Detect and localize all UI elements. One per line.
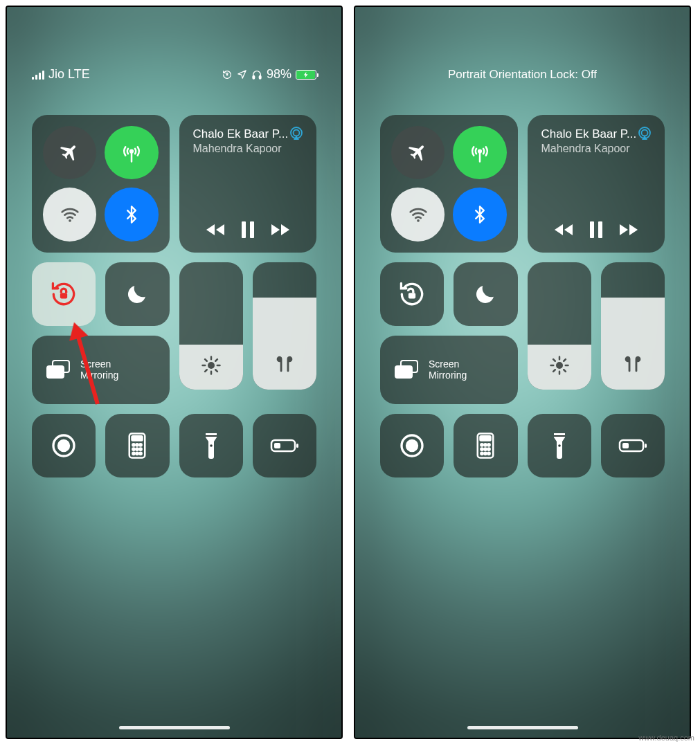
screen-mirroring-icon [46,359,71,380]
screen-record-button[interactable] [32,414,96,477]
svg-rect-12 [47,366,64,378]
do-not-disturb-toggle[interactable] [105,262,169,326]
airplay-button[interactable] [636,125,654,143]
airplay-icon [288,125,305,142]
screen-mirroring-button[interactable]: Screen Mirroring [380,336,518,404]
calculator-icon [475,433,496,459]
cellular-data-toggle[interactable] [453,126,506,179]
forward-button[interactable] [618,221,640,238]
svg-point-50 [488,448,490,451]
wifi-toggle[interactable] [43,188,96,241]
battery-icon [296,70,316,80]
airplay-button[interactable] [287,125,305,143]
flashlight-button[interactable] [179,414,243,477]
antenna-icon [121,143,142,163]
pause-button[interactable] [240,221,255,239]
svg-rect-29 [296,444,298,448]
orientation-lock-toggle[interactable] [380,262,444,326]
volume-slider[interactable] [601,262,665,390]
media-module[interactable]: Chalo Ek Baar P... Mahendra Kapoor [528,115,665,253]
calculator-icon [127,433,147,459]
orientation-lock-icon [48,279,79,309]
location-icon [237,69,247,80]
media-module[interactable]: Chalo Ek Baar P... Mahendra Kapoor [179,115,317,253]
svg-point-17 [133,444,135,446]
svg-rect-30 [274,443,280,448]
media-artist: Mahendra Kapoor [193,143,303,155]
low-power-mode-button[interactable] [601,414,665,477]
svg-rect-1 [253,75,255,79]
do-not-disturb-toggle[interactable] [454,262,517,326]
status-bar: Portrait Orientation Lock: Off [380,7,665,90]
cellular-data-toggle[interactable] [105,126,158,179]
svg-rect-0 [226,74,228,75]
battery-percent-label: 98% [267,67,291,82]
svg-rect-2 [259,75,261,79]
brightness-icon [549,355,570,376]
svg-point-42 [407,441,418,451]
volume-slider[interactable] [253,262,316,390]
svg-rect-54 [554,435,565,437]
bluetooth-icon [470,205,490,224]
svg-point-21 [136,448,138,451]
wifi-icon [60,204,80,225]
brightness-slider[interactable] [528,262,591,390]
svg-point-20 [133,448,135,451]
screen-record-button[interactable] [380,414,444,477]
pause-button[interactable] [589,221,604,239]
home-indicator[interactable] [119,726,230,729]
home-indicator[interactable] [467,726,578,729]
svg-rect-44 [481,436,491,440]
airplane-icon [60,143,80,163]
orientation-unlock-icon [397,279,427,309]
svg-point-22 [140,448,142,451]
forward-button[interactable] [269,221,291,238]
battery-outline-icon [618,437,647,454]
svg-rect-40 [395,366,412,378]
svg-point-34 [642,130,648,136]
rewind-button[interactable] [553,221,575,238]
airplane-icon [408,143,429,163]
connectivity-module [380,115,518,253]
svg-rect-16 [132,436,143,440]
brightness-icon [201,355,222,376]
orientation-lock-toggle[interactable] [32,262,96,326]
airplay-icon [636,125,653,142]
rewind-button[interactable] [204,221,226,238]
screenshot-right: Portrait Orientation Lock: Off [354,6,691,739]
svg-point-55 [558,444,561,447]
brightness-slider[interactable] [179,262,243,390]
flashlight-button[interactable] [528,414,591,477]
bluetooth-toggle[interactable] [453,188,506,241]
airpods-icon [621,352,645,376]
svg-point-6 [294,130,300,136]
airpods-icon [273,352,296,376]
wifi-icon [408,204,429,225]
svg-rect-8 [250,221,254,238]
svg-point-48 [481,448,483,451]
low-power-mode-button[interactable] [253,414,316,477]
cellular-signal-icon [32,70,44,80]
screen-mirroring-button[interactable]: Screen Mirroring [32,336,170,404]
headphones-icon [251,69,262,80]
svg-rect-57 [645,444,647,448]
svg-point-4 [69,219,71,222]
svg-point-52 [485,453,487,455]
svg-point-25 [140,453,142,455]
calculator-button[interactable] [105,414,169,477]
calculator-button[interactable] [454,414,517,477]
svg-point-47 [488,444,490,446]
wifi-toggle[interactable] [391,188,445,241]
svg-point-18 [136,444,138,446]
antenna-icon [469,143,490,163]
airplane-mode-toggle[interactable] [391,126,445,179]
screen-mirroring-icon [394,359,419,380]
screen-mirroring-label: Screen Mirroring [429,358,467,382]
bluetooth-toggle[interactable] [105,188,158,241]
svg-rect-36 [598,221,602,238]
airplane-mode-toggle[interactable] [43,126,96,179]
media-artist: Mahendra Kapoor [541,143,652,155]
moon-icon [125,282,150,307]
svg-point-27 [210,444,213,447]
connectivity-module [32,115,170,253]
